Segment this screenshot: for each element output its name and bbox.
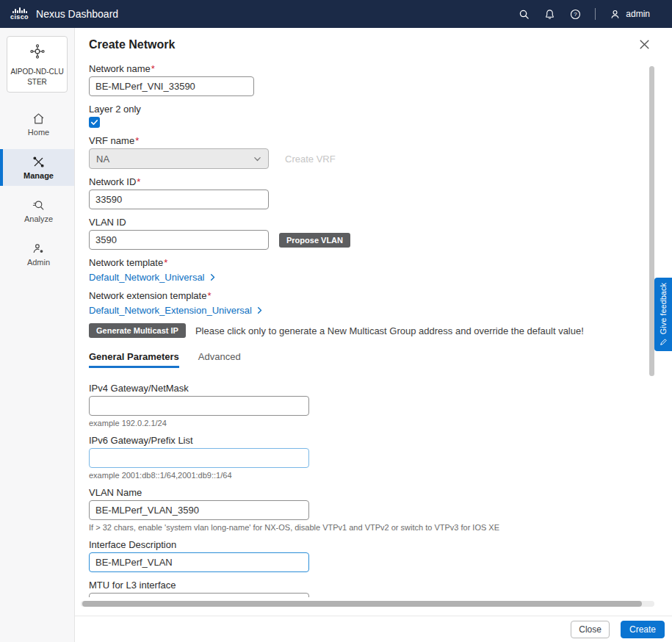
user-menu[interactable]: admin — [610, 9, 650, 20]
give-feedback-tab[interactable]: Give feedback — [654, 278, 672, 351]
vlan-name-helper: If > 32 chars, enable 'system vlan long-… — [89, 523, 650, 532]
interface-description-input[interactable] — [89, 552, 309, 572]
vlan-id-input[interactable] — [89, 230, 269, 250]
header-divider — [595, 8, 596, 20]
vrf-select-value: NA — [96, 154, 109, 165]
cisco-logo: cisco — [10, 7, 29, 21]
give-feedback-label: Give feedback — [659, 283, 668, 334]
page-title: Create Network — [89, 38, 175, 51]
sidebar-item-label: Analyze — [24, 214, 53, 223]
layer2-only-label: Layer 2 only — [89, 104, 650, 115]
sidebar-item-label: Home — [28, 128, 49, 137]
layer2-only-checkbox[interactable] — [89, 117, 100, 128]
multicast-row: Generate Multicast IP Please click only … — [89, 323, 650, 338]
modal-footer: Close Create — [75, 616, 672, 642]
multicast-note: Please click only to generate a New Mult… — [195, 325, 584, 336]
sidebar-item-manage[interactable]: Manage — [0, 149, 74, 186]
create-network-panel: Create Network Network name* Layer 2 onl… — [75, 28, 672, 642]
generate-multicast-ip-button[interactable]: Generate Multicast IP — [89, 323, 186, 338]
tab-advanced[interactable]: Advanced — [198, 351, 241, 368]
network-name-field: Network name* — [89, 63, 650, 96]
admin-icon — [32, 242, 46, 256]
sidebar-item-analyze[interactable]: Analyze — [0, 192, 74, 229]
ipv6-gateway-field: IPv6 Gateway/Prefix List example 2001:db… — [89, 435, 650, 480]
interface-description-field: Interface Description — [89, 539, 650, 572]
user-icon — [610, 9, 621, 20]
vertical-scrollbar[interactable] — [649, 66, 654, 376]
vrf-name-label: VRF name* — [89, 135, 650, 146]
cisco-logo-bars — [12, 7, 27, 13]
vrf-name-field: VRF name* NA Create VRF — [89, 135, 650, 169]
create-button[interactable]: Create — [621, 621, 665, 638]
network-name-label: Network name* — [89, 63, 650, 74]
feedback-pencil-icon — [660, 339, 667, 346]
required-marker: * — [135, 135, 139, 146]
analyze-icon — [32, 198, 46, 212]
sidebar-item-label: Admin — [27, 258, 50, 267]
close-button[interactable]: Close — [571, 621, 610, 638]
cluster-selector[interactable]: AIPOD-ND-CLUSTER — [7, 36, 68, 93]
sidebar-item-admin[interactable]: Admin — [0, 236, 74, 273]
network-template-field: Network template* Default_Network_Univer… — [89, 257, 650, 283]
network-template-link[interactable]: Default_Network_Universal — [89, 272, 650, 283]
required-marker: * — [151, 63, 155, 74]
network-id-field: Network ID* — [89, 176, 650, 209]
vlan-name-field: VLAN Name If > 32 chars, enable 'system … — [89, 487, 650, 532]
mtu-input[interactable] — [89, 593, 309, 597]
bell-icon[interactable] — [543, 8, 555, 20]
required-marker: * — [164, 257, 167, 268]
ipv4-gateway-field: IPv4 Gateway/NetMask example 192.0.2.1/2… — [89, 383, 650, 428]
home-icon — [32, 112, 46, 126]
ipv4-gateway-helper: example 192.0.2.1/24 — [89, 419, 650, 428]
svg-text:?: ? — [574, 11, 577, 18]
network-name-input[interactable] — [89, 76, 254, 96]
horizontal-scrollbar-track — [81, 601, 654, 607]
ipv4-gateway-input[interactable] — [89, 396, 309, 416]
create-vrf-link: Create VRF — [285, 154, 336, 165]
interface-description-label: Interface Description — [89, 539, 650, 550]
network-extension-template-link[interactable]: Default_Network_Extension_Universal — [89, 305, 650, 316]
network-template-label: Network template* — [89, 257, 650, 268]
required-marker: * — [137, 176, 140, 187]
ipv6-gateway-label: IPv6 Gateway/Prefix List — [89, 435, 650, 446]
vlan-id-field: VLAN ID Propose VLAN — [89, 217, 650, 250]
chevron-down-icon — [253, 155, 261, 163]
parameter-tabs: General Parameters Advanced — [89, 351, 650, 368]
manage-icon — [32, 155, 46, 169]
mtu-label: MTU for L3 interface — [89, 580, 650, 591]
propose-vlan-button[interactable]: Propose VLAN — [279, 233, 350, 248]
vrf-select: NA — [89, 148, 269, 169]
chevron-right-icon — [209, 273, 217, 281]
cluster-name: AIPOD-ND-CLUSTER — [10, 67, 64, 87]
vlan-name-input[interactable] — [89, 500, 309, 520]
app-title: Nexus Dashboard — [36, 8, 118, 20]
tab-general-parameters[interactable]: General Parameters — [89, 351, 179, 368]
user-name: admin — [626, 9, 650, 19]
close-icon[interactable] — [638, 38, 651, 51]
sidebar: AIPOD-ND-CLUSTER Home Manage Analyze Adm… — [0, 28, 75, 642]
mtu-field: MTU for L3 interface — [89, 580, 650, 597]
network-id-label: Network ID* — [89, 176, 650, 187]
ipv4-gateway-label: IPv4 Gateway/NetMask — [89, 383, 650, 394]
cluster-icon — [29, 43, 46, 59]
vlan-id-label: VLAN ID — [89, 217, 650, 228]
chevron-right-icon — [256, 306, 264, 314]
layer2-only-field: Layer 2 only — [89, 104, 650, 128]
help-icon[interactable]: ? — [569, 8, 581, 20]
horizontal-scrollbar[interactable] — [82, 601, 642, 607]
ipv6-gateway-helper: example 2001:db8::1/64,2001:db9::1/64 — [89, 471, 650, 480]
vlan-name-label: VLAN Name — [89, 487, 650, 498]
sidebar-item-label: Manage — [24, 171, 54, 180]
cisco-logo-text: cisco — [10, 14, 29, 21]
ipv6-gateway-input[interactable] — [89, 448, 309, 468]
app-header: cisco Nexus Dashboard ? admin — [0, 0, 672, 28]
search-icon[interactable] — [518, 8, 530, 20]
create-network-form: Network name* Layer 2 only VRF name* NA … — [89, 63, 650, 597]
sidebar-item-home[interactable]: Home — [0, 106, 74, 143]
required-marker: * — [207, 290, 211, 301]
network-extension-template-field: Network extension template* Default_Netw… — [89, 290, 650, 316]
network-id-input[interactable] — [89, 190, 269, 209]
network-extension-template-label: Network extension template* — [89, 290, 650, 301]
